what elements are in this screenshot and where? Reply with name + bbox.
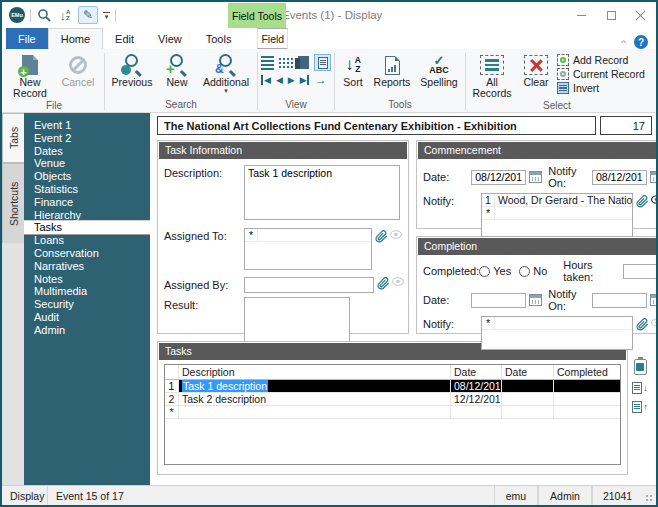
invert-button[interactable]: Invert <box>557 82 645 94</box>
calendar-icon[interactable] <box>529 294 542 306</box>
sidebar-item-loans[interactable]: Loans <box>24 234 150 247</box>
new-record-button[interactable]: + New Record <box>7 51 53 99</box>
sidebar-item-hierarchy[interactable]: Hierarchy <box>24 209 150 222</box>
details-view-icon[interactable] <box>314 54 331 71</box>
tasks-grid-row-2[interactable]: 2 Task 2 description 12/12/2017 <box>165 393 620 406</box>
sidebar-item-finance[interactable]: Finance <box>24 196 150 209</box>
close-button[interactable] <box>626 3 656 27</box>
sidebar-item-notes[interactable]: Notes <box>24 273 150 286</box>
commencement-notify-on-input[interactable] <box>592 170 647 185</box>
completion-date-input[interactable] <box>471 293 526 308</box>
status-bar: Display Event 15 of 17 emu Admin 21041 <box>2 485 656 505</box>
last-record-icon[interactable]: ▶ <box>300 75 309 85</box>
tab-home[interactable]: Home <box>48 28 103 49</box>
additional-search-button[interactable]: & Additional ▾ <box>198 51 254 93</box>
commencement-date-input[interactable] <box>471 170 526 185</box>
move-row-down-button[interactable]: ↓ <box>632 382 648 394</box>
result-input[interactable] <box>244 297 350 345</box>
sidebar-item-admin[interactable]: Admin <box>24 324 150 337</box>
attach-icon[interactable] <box>636 318 649 331</box>
help-icon[interactable]: ? <box>634 35 648 49</box>
collapse-ribbon-icon[interactable]: ^ <box>621 38 626 47</box>
commencement-notify-list[interactable]: 1 Wood, Dr Gerard - The National . * <box>481 193 633 237</box>
column-date-1[interactable]: Date <box>451 365 502 379</box>
previous-record-icon[interactable]: ◀ <box>276 75 282 85</box>
spelling-button[interactable]: ✓ABC Spelling <box>416 51 462 88</box>
list-view-icon[interactable] <box>261 56 274 70</box>
first-record-icon[interactable]: ◀ <box>261 75 270 85</box>
completion-notify-list[interactable]: * <box>481 316 633 350</box>
new-row-marker: * <box>165 406 179 418</box>
sidebar-item-statistics[interactable]: Statistics <box>24 183 150 196</box>
current-record-button[interactable]: Current Record <box>557 68 645 80</box>
maximize-button[interactable] <box>596 3 626 27</box>
sidebar-item-venue[interactable]: Venue <box>24 157 150 170</box>
view-attachment-icon[interactable] <box>390 230 402 239</box>
move-row-up-button[interactable]: ↑ <box>632 401 648 413</box>
next-record-icon[interactable]: ▶ <box>288 75 294 85</box>
view-attachment-icon[interactable] <box>651 318 656 327</box>
page-view-icon[interactable] <box>298 56 309 69</box>
tasks-grid-row-1[interactable]: 1 Task 1 description 08/12/2017 <box>165 380 620 393</box>
resize-grip-icon[interactable] <box>642 486 656 505</box>
view-attachment-icon[interactable] <box>651 195 656 204</box>
minimize-button[interactable] <box>566 3 596 27</box>
grid-tools: ↓ ↑ <box>628 341 652 475</box>
tab-view[interactable]: View <box>146 28 194 49</box>
tab-file[interactable]: File <box>6 28 48 49</box>
hours-taken-input[interactable] <box>623 264 656 279</box>
sidebar-item-objects[interactable]: Objects <box>24 170 150 183</box>
assigned-by-input[interactable] <box>244 277 374 293</box>
tasks-grid[interactable]: Description Date Date Completed 1 Task 1… <box>164 364 621 465</box>
column-description[interactable]: Description <box>179 365 451 379</box>
sidebar-item-event-2[interactable]: Event 2 <box>24 132 150 145</box>
sidebar-item-narratives[interactable]: Narratives <box>24 260 150 273</box>
spelling-label: Spelling <box>420 77 457 88</box>
description-input[interactable]: Task 1 description <box>244 165 400 220</box>
clear-button[interactable]: Clear <box>517 51 555 88</box>
all-records-button[interactable]: All Records <box>469 51 515 99</box>
completed-no-radio[interactable] <box>519 266 530 277</box>
calendar-icon[interactable] <box>650 171 656 183</box>
tab-tools[interactable]: Tools <box>194 28 244 49</box>
tab-field[interactable]: Field <box>257 28 288 49</box>
qat-customize-icon[interactable]: ▾ <box>103 12 110 19</box>
contact-sheet-view-icon[interactable] <box>279 58 293 68</box>
column-date-2[interactable]: Date <box>502 365 554 379</box>
additional-dropdown-icon[interactable]: ▾ <box>224 88 228 93</box>
calendar-icon[interactable] <box>529 171 542 183</box>
sidebar-item-security[interactable]: Security <box>24 298 150 311</box>
sidebar-item-tasks[interactable]: Tasks <box>24 221 150 234</box>
separator <box>115 9 116 22</box>
assigned-to-list[interactable]: * <box>244 228 372 270</box>
attach-icon[interactable] <box>636 195 649 208</box>
cancel-button[interactable]: Cancel <box>55 51 101 88</box>
column-completed[interactable]: Completed <box>554 365 620 379</box>
previous-search-button[interactable]: Previous <box>108 51 156 88</box>
sidebar-item-multimedia[interactable]: Multimedia <box>24 285 150 298</box>
sidebar-item-dates[interactable]: Dates <box>24 145 150 158</box>
sidebar-item-conservation[interactable]: Conservation <box>24 247 150 260</box>
shortcuts-vertical-tab[interactable]: Shortcuts <box>2 163 24 243</box>
new-search-button[interactable]: + New <box>158 51 196 88</box>
new-row-marker: * <box>482 317 495 329</box>
attach-icon[interactable] <box>377 277 390 290</box>
attach-icon[interactable] <box>375 230 388 243</box>
reports-button[interactable]: Reports <box>370 51 414 88</box>
clipboard-icon[interactable] <box>634 359 647 375</box>
calendar-icon[interactable] <box>650 294 656 306</box>
add-record-button[interactable]: Add Record <box>557 54 645 66</box>
search-icon[interactable] <box>36 7 52 23</box>
sort-icon[interactable]: ↓AZ <box>57 7 73 23</box>
tabs-vertical-tab[interactable]: Tabs <box>2 113 24 163</box>
view-attachment-icon[interactable] <box>392 277 404 286</box>
tasks-grid-new-row[interactable]: * <box>165 406 620 419</box>
completion-notify-on-input[interactable] <box>592 293 647 308</box>
sidebar-item-event-1[interactable]: Event 1 <box>24 119 150 132</box>
completed-yes-radio[interactable] <box>479 266 490 277</box>
sidebar-item-audit[interactable]: Audit <box>24 311 150 324</box>
edit-pencil-icon[interactable]: ✎ <box>78 6 98 24</box>
tab-edit[interactable]: Edit <box>103 28 146 49</box>
sort-button[interactable]: ↓AZ Sort <box>338 51 368 88</box>
goto-record-icon[interactable]: → <box>315 76 327 85</box>
